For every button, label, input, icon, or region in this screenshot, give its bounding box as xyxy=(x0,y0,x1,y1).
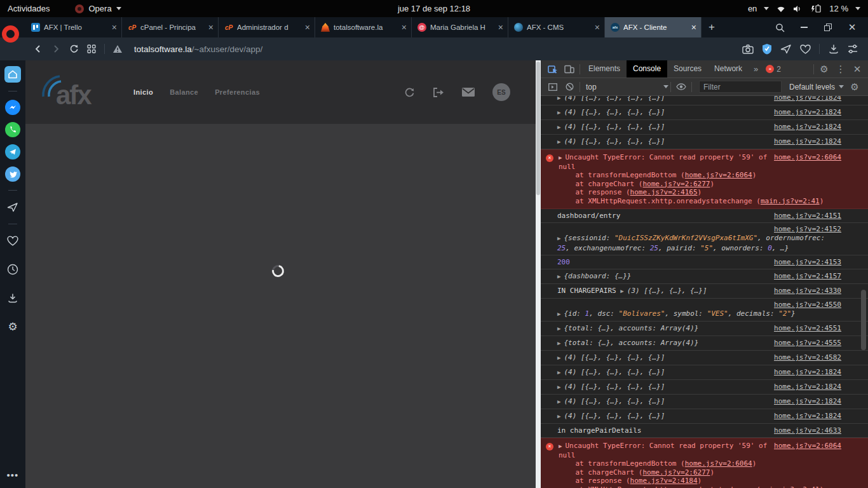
tab-close-icon[interactable]: × xyxy=(690,23,698,32)
vpn-shield-badge-icon[interactable] xyxy=(758,41,776,57)
refresh-icon[interactable] xyxy=(404,88,415,97)
logout-icon[interactable] xyxy=(433,88,444,97)
minimize-window-icon[interactable] xyxy=(792,17,816,37)
source-link[interactable]: home.js?v=2:6064 xyxy=(774,153,841,162)
clear-console-icon[interactable] xyxy=(561,79,578,95)
bookmarks-heart-icon[interactable] xyxy=(4,233,21,249)
tab-close-icon[interactable]: × xyxy=(593,23,601,32)
settings-gear-icon[interactable]: ⚙ xyxy=(4,318,21,335)
keyboard-language-indicator[interactable]: en xyxy=(748,4,757,13)
telegram-icon[interactable] xyxy=(5,144,20,159)
source-link[interactable]: home.js?v=2:1824 xyxy=(774,396,841,406)
reload-icon[interactable] xyxy=(65,41,83,57)
my-flow-send-icon[interactable] xyxy=(777,41,795,57)
console-settings-gear-icon[interactable]: ⚙ xyxy=(846,79,863,95)
source-link[interactable]: home.js?v=2:4330 xyxy=(774,286,841,295)
tab-close-icon[interactable]: × xyxy=(497,23,505,32)
browser-tab[interactable]: Maria Gabriela H× xyxy=(412,17,508,37)
stack-source-link[interactable]: home.js?v=2:6064 xyxy=(685,171,752,179)
activities-button[interactable]: Actividades xyxy=(8,4,50,13)
source-link[interactable]: home.js?v=2:4551 xyxy=(774,323,841,333)
source-link[interactable]: home.js?v=2:1824 xyxy=(774,122,841,132)
devtools-settings-gear-icon[interactable]: ⚙ xyxy=(816,61,832,78)
console-sidebar-toggle-icon[interactable] xyxy=(545,79,561,95)
system-tray[interactable]: en 12 % xyxy=(748,4,860,13)
snapshot-camera-icon[interactable] xyxy=(739,41,757,57)
console-log-area[interactable]: home.js?v=2:1824▶(4) [{…}, {…}, {…}, {…}… xyxy=(541,96,868,488)
browser-tab[interactable]: AFX | Trello× xyxy=(25,17,122,37)
whatsapp-icon[interactable] xyxy=(5,122,20,137)
tab-close-icon[interactable]: × xyxy=(111,23,118,32)
close-window-icon[interactable]: ✕ xyxy=(840,17,864,37)
inspect-element-icon[interactable] xyxy=(545,61,561,78)
downloads-sidebar-icon[interactable] xyxy=(4,290,21,306)
devtools-tab-elements[interactable]: Elements xyxy=(582,60,627,78)
tab-close-icon[interactable]: × xyxy=(207,23,215,32)
stack-source-link[interactable]: main.js?v=2:41 xyxy=(761,485,820,488)
page-scrollbar[interactable] xyxy=(536,60,541,488)
tab-close-icon[interactable]: × xyxy=(400,23,408,32)
easy-setup-sliders-icon[interactable] xyxy=(844,41,862,57)
my-flow-sidebar-icon[interactable] xyxy=(4,199,21,215)
scrollbar-thumb[interactable] xyxy=(536,62,540,195)
stack-source-link[interactable]: home.js?v=2:4184 xyxy=(630,477,698,485)
source-link[interactable]: home.js?v=2:1824 xyxy=(774,96,841,102)
stack-source-link[interactable]: home.js?v=2:4165 xyxy=(630,188,698,196)
devtools-scrollbar-thumb[interactable] xyxy=(861,290,866,350)
console-filter-input[interactable] xyxy=(699,81,782,93)
messenger-icon[interactable] xyxy=(5,100,20,115)
tab-close-icon[interactable]: × xyxy=(304,23,311,32)
source-link[interactable]: home.js?v=2:6064 xyxy=(774,442,841,451)
stack-source-link[interactable]: main.js?v=2:41 xyxy=(761,197,820,205)
stack-source-link[interactable]: home.js?v=2:6277 xyxy=(642,468,710,477)
url-display[interactable]: totalsoftware.la/~afxuser/dev/app/ xyxy=(134,44,262,54)
history-clock-icon[interactable] xyxy=(4,261,21,278)
nav-item-preferencias[interactable]: Preferencias xyxy=(215,88,260,96)
stack-source-link[interactable]: home.js?v=2:6277 xyxy=(642,180,710,188)
browser-tab[interactable]: cPanel - Principa× xyxy=(122,17,219,37)
source-link[interactable]: home.js?v=2:4151 xyxy=(774,211,841,220)
nav-item-inicio[interactable]: Inicio xyxy=(133,88,153,96)
live-expression-eye-icon[interactable] xyxy=(673,79,689,95)
source-link[interactable]: home.js?v=2:1824 xyxy=(774,137,841,146)
source-link[interactable]: home.js?v=2:1824 xyxy=(774,411,841,421)
clock[interactable]: jue 17 de sep 12:18 xyxy=(398,4,470,13)
search-icon[interactable] xyxy=(768,17,792,37)
devtools-tab-sources[interactable]: Sources xyxy=(667,60,708,78)
sidebar-more-icon[interactable]: ••• xyxy=(7,470,19,480)
devtools-tab-console[interactable]: Console xyxy=(627,60,667,78)
source-link[interactable]: home.js?v=2:4555 xyxy=(774,338,841,348)
source-link[interactable]: home.js?v=2:4157 xyxy=(774,271,841,281)
bookmark-heart-icon[interactable] xyxy=(796,41,814,57)
error-count-badge[interactable]: ×2 xyxy=(766,65,781,74)
new-tab-button[interactable]: + xyxy=(702,17,722,37)
site-security-warning-icon[interactable] xyxy=(109,41,126,57)
downloads-icon[interactable] xyxy=(825,41,843,57)
source-link[interactable]: home.js?v=2:1824 xyxy=(774,367,841,377)
source-link[interactable]: home.js?v=2:4633 xyxy=(774,426,841,435)
opera-menu-button[interactable] xyxy=(2,25,19,43)
stack-source-link[interactable]: home.js?v=2:6064 xyxy=(685,459,752,468)
forward-icon[interactable] xyxy=(47,41,65,57)
browser-tab[interactable]: Administrador d× xyxy=(219,17,315,37)
app-menu[interactable]: Opera xyxy=(75,4,121,13)
browser-tab[interactable]: AFX - CMS× xyxy=(508,17,605,37)
source-link[interactable]: home.js?v=2:1824 xyxy=(774,382,841,391)
mail-icon[interactable] xyxy=(462,88,475,97)
source-link[interactable]: home.js?v=2:4153 xyxy=(774,257,841,267)
devtools-close-icon[interactable]: ✕ xyxy=(849,61,865,78)
twitter-icon[interactable] xyxy=(5,166,20,182)
device-toolbar-icon[interactable] xyxy=(561,61,578,78)
execution-context-selector[interactable]: top xyxy=(586,83,668,92)
back-icon[interactable] xyxy=(29,41,47,57)
speed-dial-home-icon[interactable] xyxy=(4,66,21,83)
log-level-selector[interactable]: Default levels xyxy=(789,83,844,92)
browser-tab[interactable]: totalsoftware.la× xyxy=(315,17,412,37)
nav-item-balance[interactable]: Balance xyxy=(170,88,198,96)
language-badge[interactable]: ES xyxy=(492,83,510,101)
source-link[interactable]: home.js?v=2:4152 xyxy=(774,225,841,233)
source-link[interactable]: home.js?v=2:1824 xyxy=(774,107,841,117)
devtools-tab-network[interactable]: Network xyxy=(708,60,749,78)
more-tabs-icon[interactable]: » xyxy=(749,64,763,74)
browser-tab[interactable]: AFX - Cliente× xyxy=(605,17,702,37)
